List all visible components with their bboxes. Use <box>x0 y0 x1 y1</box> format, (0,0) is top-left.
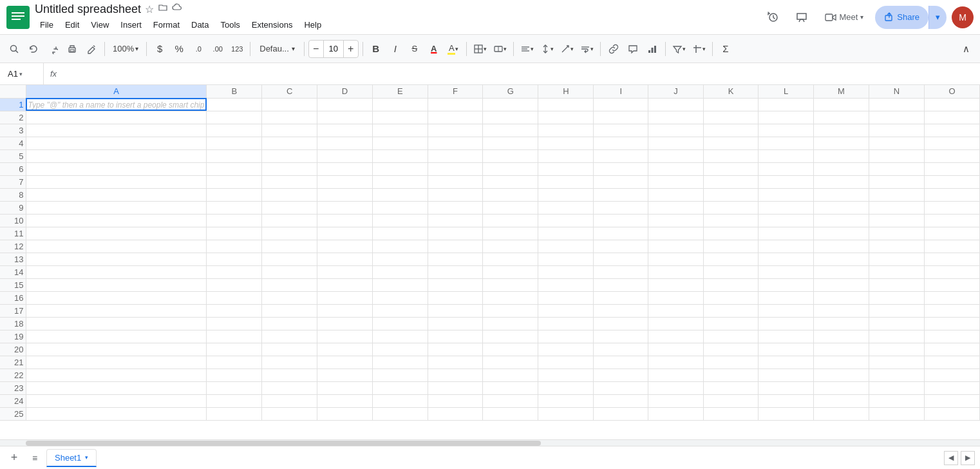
cell-K7[interactable] <box>703 175 759 188</box>
cell-H14[interactable] <box>538 265 594 278</box>
cell-G21[interactable] <box>483 356 538 368</box>
cell-E22[interactable] <box>373 368 428 381</box>
cell-I23[interactable] <box>594 381 648 394</box>
cell-K2[interactable] <box>703 111 759 124</box>
cell-K6[interactable] <box>703 162 759 175</box>
cell-L6[interactable] <box>759 162 814 175</box>
cell-K18[interactable] <box>703 317 759 330</box>
cell-M12[interactable] <box>813 240 869 253</box>
cell-O21[interactable] <box>924 356 979 368</box>
cell-J8[interactable] <box>648 188 703 201</box>
cell-B2[interactable] <box>207 111 262 124</box>
row-header-2[interactable]: 2 <box>0 111 26 124</box>
decrease-decimal-button[interactable]: .0 <box>189 40 207 58</box>
col-header-N[interactable]: N <box>869 85 925 98</box>
row-header-15[interactable]: 15 <box>0 278 26 291</box>
cell-E3[interactable] <box>373 124 428 137</box>
cell-M24[interactable] <box>813 394 869 407</box>
cell-J25[interactable] <box>648 407 703 420</box>
cell-G1[interactable] <box>483 98 538 111</box>
formula-input[interactable] <box>61 69 975 79</box>
cell-I14[interactable] <box>594 265 648 278</box>
cell-M13[interactable] <box>813 253 869 265</box>
cell-L17[interactable] <box>759 304 814 317</box>
cell-N13[interactable] <box>869 253 925 265</box>
row-header-19[interactable]: 19 <box>0 330 26 343</box>
cell-M5[interactable] <box>813 149 869 162</box>
cell-I20[interactable] <box>594 343 648 356</box>
cell-B25[interactable] <box>207 407 262 420</box>
cell-O2[interactable] <box>924 111 979 124</box>
cell-B24[interactable] <box>207 394 262 407</box>
cell-C15[interactable] <box>262 278 317 291</box>
cell-L10[interactable] <box>759 214 814 227</box>
cell-F12[interactable] <box>428 240 483 253</box>
row-header-25[interactable]: 25 <box>0 407 26 420</box>
cell-M10[interactable] <box>813 214 869 227</box>
cell-H11[interactable] <box>538 227 594 240</box>
cell-F7[interactable] <box>428 175 483 188</box>
cell-N7[interactable] <box>869 175 925 188</box>
cell-H3[interactable] <box>538 124 594 137</box>
cell-I24[interactable] <box>594 394 648 407</box>
cell-G8[interactable] <box>483 188 538 201</box>
cell-J1[interactable] <box>648 98 703 111</box>
cell-O19[interactable] <box>924 330 979 343</box>
cell-M11[interactable] <box>813 227 869 240</box>
cell-F13[interactable] <box>428 253 483 265</box>
cell-F25[interactable] <box>428 407 483 420</box>
redo-button[interactable] <box>44 40 62 58</box>
cell-H4[interactable] <box>538 137 594 149</box>
cell-L12[interactable] <box>759 240 814 253</box>
cell-M15[interactable] <box>813 278 869 291</box>
cell-L25[interactable] <box>759 407 814 420</box>
col-header-D[interactable]: D <box>317 85 373 98</box>
cell-C23[interactable] <box>262 381 317 394</box>
cell-J10[interactable] <box>648 214 703 227</box>
cell-K25[interactable] <box>703 407 759 420</box>
cell-N24[interactable] <box>869 394 925 407</box>
doc-title[interactable]: Untitled spreadsheet <box>35 3 141 16</box>
cell-M21[interactable] <box>813 356 869 368</box>
cell-J19[interactable] <box>648 330 703 343</box>
horizontal-scrollbar[interactable] <box>0 439 980 446</box>
cell-C21[interactable] <box>262 356 317 368</box>
cell-N23[interactable] <box>869 381 925 394</box>
cell-G25[interactable] <box>483 407 538 420</box>
cell-H21[interactable] <box>538 356 594 368</box>
cell-G7[interactable] <box>483 175 538 188</box>
cell-J9[interactable] <box>648 201 703 214</box>
cell-I8[interactable] <box>594 188 648 201</box>
cell-K13[interactable] <box>703 253 759 265</box>
cell-F18[interactable] <box>428 317 483 330</box>
cell-O17[interactable] <box>924 304 979 317</box>
cell-E4[interactable] <box>373 137 428 149</box>
cell-I15[interactable] <box>594 278 648 291</box>
cell-B18[interactable] <box>207 317 262 330</box>
cell-A11[interactable] <box>26 227 207 240</box>
cell-E1[interactable] <box>373 98 428 111</box>
cell-H19[interactable] <box>538 330 594 343</box>
cell-K3[interactable] <box>703 124 759 137</box>
cell-G24[interactable] <box>483 394 538 407</box>
increase-decimal-button[interactable]: .00 <box>209 40 227 58</box>
scroll-right-button[interactable]: ▶ <box>961 451 975 465</box>
cell-N16[interactable] <box>869 291 925 304</box>
cell-D20[interactable] <box>317 343 373 356</box>
cell-F10[interactable] <box>428 214 483 227</box>
cell-F20[interactable] <box>428 343 483 356</box>
row-header-17[interactable]: 17 <box>0 304 26 317</box>
filter-chevron[interactable]: ▾ <box>683 46 686 52</box>
cell-L3[interactable] <box>759 124 814 137</box>
cell-G2[interactable] <box>483 111 538 124</box>
cell-O20[interactable] <box>924 343 979 356</box>
cell-L22[interactable] <box>759 368 814 381</box>
cell-M8[interactable] <box>813 188 869 201</box>
row-header-13[interactable]: 13 <box>0 253 26 265</box>
cell-N12[interactable] <box>869 240 925 253</box>
cell-H16[interactable] <box>538 291 594 304</box>
cell-G3[interactable] <box>483 124 538 137</box>
cell-C2[interactable] <box>262 111 317 124</box>
menu-data[interactable]: Data <box>186 17 214 32</box>
cell-E12[interactable] <box>373 240 428 253</box>
